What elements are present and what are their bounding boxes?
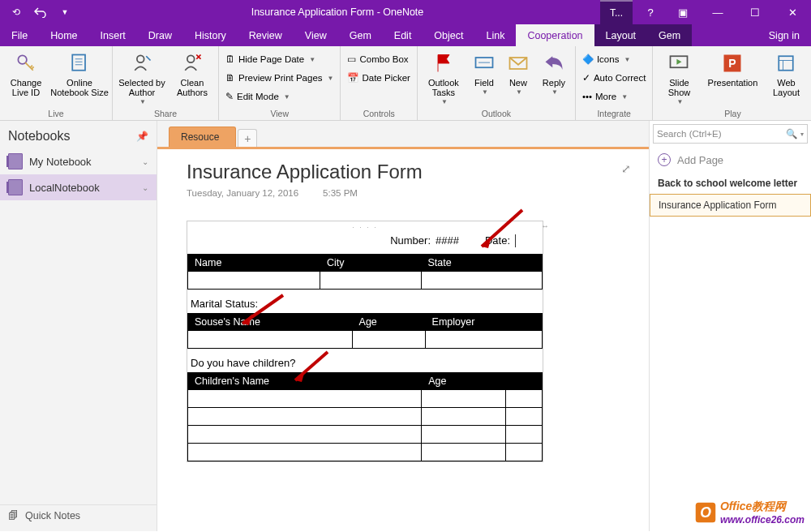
tab-edit[interactable]: Edit bbox=[383, 24, 423, 46]
tab-review[interactable]: Review bbox=[238, 24, 294, 46]
table-cell[interactable] bbox=[422, 426, 506, 444]
selected-by-author-button[interactable]: Selected by Author▼ bbox=[116, 49, 168, 106]
section-tabs: Resouce + bbox=[157, 121, 649, 147]
icons-button[interactable]: 🔷Icons▼ bbox=[579, 50, 650, 68]
pin-icon[interactable]: 📌 bbox=[136, 131, 148, 142]
qat-dropdown-icon[interactable]: ▼ bbox=[55, 2, 75, 22]
auto-correct-button[interactable]: ✓Auto Correct bbox=[579, 69, 650, 87]
preview-icon: 🗎 bbox=[225, 73, 235, 83]
page-item-selected[interactable]: Insurance Application Form bbox=[650, 194, 811, 217]
clean-authors-button[interactable]: Clean Authors bbox=[169, 49, 215, 97]
ribbon-display-icon[interactable]: ▣ bbox=[667, 0, 699, 24]
title-bar: ⟲ ▼ Insurance Application Form - OneNote… bbox=[0, 0, 811, 24]
table-cell[interactable] bbox=[188, 390, 422, 408]
table-cell[interactable] bbox=[422, 444, 506, 461]
table-cell[interactable] bbox=[506, 426, 543, 444]
maximize-icon[interactable]: ☐ bbox=[736, 0, 774, 24]
date-picker-button[interactable]: 📅Date Picker bbox=[344, 69, 413, 87]
section-tab-resource[interactable]: Resouce bbox=[169, 127, 236, 147]
more-icon: ••• bbox=[582, 92, 592, 101]
combo-box-button[interactable]: ▭Combo Box bbox=[344, 50, 413, 68]
tab-object[interactable]: Object bbox=[423, 24, 474, 46]
table-cell[interactable] bbox=[422, 408, 506, 426]
table-cell[interactable] bbox=[421, 272, 542, 290]
add-section-button[interactable]: + bbox=[238, 129, 257, 147]
table-cell[interactable] bbox=[188, 272, 320, 290]
table-cell[interactable] bbox=[188, 331, 353, 349]
group-view: 🗓Hide Page Date▼ 🗎Preview Print Pages▼ ✎… bbox=[219, 46, 341, 120]
tab-file[interactable]: File bbox=[0, 24, 39, 46]
chevron-down-icon[interactable]: ⌄ bbox=[142, 183, 148, 192]
web-layout-button[interactable]: Web Layout bbox=[763, 49, 809, 97]
tab-layout[interactable]: Layout bbox=[594, 24, 648, 46]
slide-show-button[interactable]: Slide Show▼ bbox=[656, 49, 702, 106]
tab-cooperation[interactable]: Cooperation bbox=[516, 24, 594, 46]
search-icon: 🔍 bbox=[786, 128, 797, 139]
more-button[interactable]: •••More▼ bbox=[579, 88, 650, 105]
th-name: Name bbox=[188, 255, 320, 272]
undo-icon[interactable] bbox=[31, 2, 50, 22]
window-title: Insurance Application Form - OneNote bbox=[75, 6, 600, 18]
close-icon[interactable]: ✕ bbox=[774, 0, 811, 24]
table-cell[interactable] bbox=[425, 331, 542, 349]
help-tab[interactable]: T... bbox=[600, 0, 633, 24]
th-spouse: Souse's Name bbox=[188, 314, 353, 331]
quick-notes-button[interactable]: 🗐Quick Notes bbox=[0, 504, 157, 531]
hide-page-date-button[interactable]: 🗓Hide Page Date▼ bbox=[222, 50, 337, 68]
children-question-label[interactable]: Do you have children? bbox=[187, 349, 543, 372]
container-handle[interactable]: . . . .↔ bbox=[187, 221, 543, 231]
notebook-local[interactable]: LocalNotebook⌄ bbox=[0, 174, 157, 200]
tab-history[interactable]: History bbox=[183, 24, 238, 46]
table-cell[interactable] bbox=[506, 444, 543, 461]
table-cell[interactable] bbox=[506, 390, 543, 408]
notebook-my-notebook[interactable]: My Notebook⌄ bbox=[0, 148, 157, 174]
edit-icon: ✎ bbox=[225, 91, 234, 102]
edit-mode-button[interactable]: ✎Edit Mode▼ bbox=[222, 88, 337, 105]
tab-home[interactable]: Home bbox=[39, 24, 88, 46]
combo-box-icon: ▭ bbox=[347, 54, 356, 65]
add-page-button[interactable]: +Add Page bbox=[650, 147, 811, 173]
help-icon[interactable]: ? bbox=[634, 0, 667, 24]
tab-insert[interactable]: Insert bbox=[89, 24, 137, 46]
search-scope-dropdown[interactable]: ▾ bbox=[800, 131, 804, 138]
tab-gem[interactable]: Gem bbox=[338, 24, 383, 46]
preview-print-button[interactable]: 🗎Preview Print Pages▼ bbox=[222, 69, 337, 87]
table-cell[interactable] bbox=[188, 426, 422, 444]
form-container[interactable]: . . . .↔ Number: #### Date: NameCityStat… bbox=[187, 221, 543, 462]
notebook-size-button[interactable]: Online Notebook Size bbox=[50, 49, 109, 97]
number-value[interactable]: #### bbox=[436, 234, 459, 247]
field-button[interactable]: Field▼ bbox=[468, 49, 500, 97]
children-table[interactable]: Children's NameAge bbox=[187, 372, 543, 461]
table-cell[interactable] bbox=[188, 444, 422, 461]
outlook-tasks-button[interactable]: Outlook Tasks▼ bbox=[421, 49, 466, 106]
reply-button[interactable]: Reply▼ bbox=[536, 49, 572, 97]
group-play: Slide Show▼ PPresentation Web Layout Pla… bbox=[653, 46, 811, 120]
table-cell[interactable] bbox=[422, 390, 506, 408]
table-cell[interactable] bbox=[188, 408, 422, 426]
table-cell[interactable] bbox=[320, 272, 421, 290]
table-cell[interactable] bbox=[352, 331, 425, 349]
nav-back-icon[interactable]: ⟲ bbox=[6, 2, 26, 22]
new-button[interactable]: New▼ bbox=[502, 49, 534, 97]
change-live-id-button[interactable]: Change Live ID bbox=[3, 49, 49, 97]
table-cell[interactable] bbox=[506, 408, 543, 426]
th-state: State bbox=[421, 255, 542, 272]
group-label: Play bbox=[656, 109, 809, 120]
svg-text:P: P bbox=[729, 57, 736, 70]
chevron-down-icon[interactable]: ⌄ bbox=[142, 157, 148, 166]
search-input[interactable]: Search (Ctrl+E)🔍▾ bbox=[653, 124, 808, 144]
marital-status-label[interactable]: Marital Status: bbox=[187, 290, 543, 313]
sign-in[interactable]: Sign in bbox=[757, 24, 811, 46]
page-title[interactable]: Insurance Application Form bbox=[187, 161, 633, 183]
presentation-button[interactable]: PPresentation bbox=[703, 49, 762, 88]
tab-view[interactable]: View bbox=[294, 24, 338, 46]
name-table[interactable]: NameCityState bbox=[187, 254, 543, 290]
tab-draw[interactable]: Draw bbox=[137, 24, 183, 46]
tab-link[interactable]: Link bbox=[475, 24, 517, 46]
tab-gem2[interactable]: Gem bbox=[647, 24, 692, 46]
date-input[interactable] bbox=[515, 234, 530, 247]
page-item[interactable]: Back to school welcome letter bbox=[650, 173, 811, 194]
spouse-table[interactable]: Souse's NameAgeEmployer bbox=[187, 313, 543, 349]
minimize-icon[interactable]: — bbox=[699, 0, 736, 24]
expand-page-icon[interactable]: ⤢ bbox=[621, 162, 631, 175]
